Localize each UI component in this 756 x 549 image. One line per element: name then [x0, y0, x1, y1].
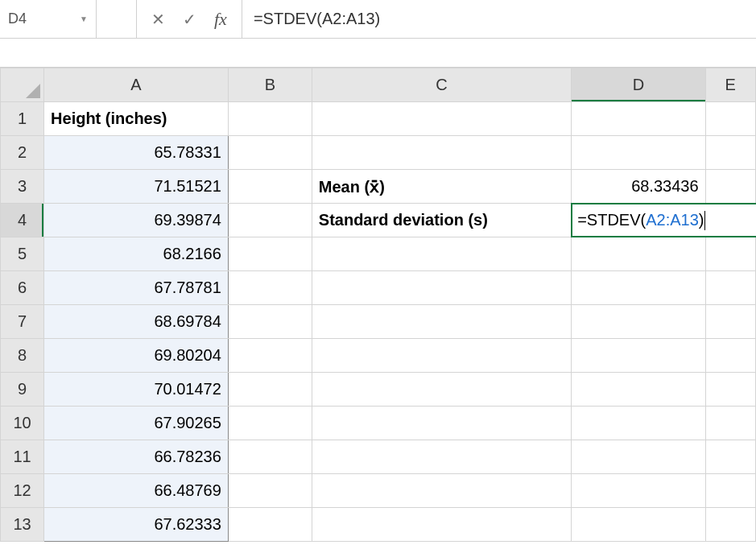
- cell-B4[interactable]: [228, 204, 312, 237]
- cell-D1[interactable]: [572, 102, 705, 136]
- col-header-E[interactable]: E: [705, 68, 755, 102]
- cell-C7[interactable]: [312, 305, 571, 339]
- cell-B11[interactable]: [228, 440, 312, 474]
- cell-C2[interactable]: [312, 136, 571, 170]
- edit-suffix: ): [699, 211, 704, 229]
- edit-prefix: =STDEV(: [577, 211, 646, 229]
- cell-D12[interactable]: [572, 474, 705, 508]
- cell-A2[interactable]: 65.78331: [44, 136, 229, 170]
- cell-B3[interactable]: [228, 170, 312, 204]
- cell-E3[interactable]: [705, 170, 755, 204]
- cell-B10[interactable]: [228, 407, 312, 440]
- cell-A6[interactable]: 67.78781: [44, 271, 229, 305]
- cell-C6[interactable]: [312, 271, 571, 305]
- cell-B5[interactable]: [228, 237, 312, 271]
- formula-text-ref: A2:A13: [322, 10, 375, 28]
- cell-E8[interactable]: [705, 339, 755, 373]
- cell-D10[interactable]: [572, 407, 705, 440]
- enter-icon[interactable]: ✓: [183, 10, 196, 29]
- cell-C5[interactable]: [312, 237, 571, 271]
- row-header-6[interactable]: 6: [1, 271, 44, 305]
- col-header-B[interactable]: B: [228, 68, 312, 102]
- row-header-8[interactable]: 8: [1, 339, 44, 373]
- cell-E9[interactable]: [705, 373, 755, 407]
- cell-A7[interactable]: 68.69784: [44, 305, 229, 339]
- select-all-corner[interactable]: [1, 68, 44, 102]
- cell-B13[interactable]: [228, 508, 312, 542]
- cell-E2[interactable]: [705, 136, 755, 170]
- row-header-10[interactable]: 10: [1, 407, 44, 440]
- cell-E1[interactable]: [705, 102, 755, 136]
- cell-A3[interactable]: 71.51521: [44, 170, 229, 204]
- cell-B9[interactable]: [228, 373, 312, 407]
- formula-input[interactable]: =STDEV(A2:A13): [242, 0, 756, 38]
- row-header-4[interactable]: 4: [1, 204, 44, 237]
- row-header-11[interactable]: 11: [1, 440, 44, 474]
- name-box[interactable]: D4 ▼: [0, 0, 97, 38]
- name-box-value: D4: [8, 10, 27, 27]
- row-header-13[interactable]: 13: [1, 508, 44, 542]
- name-box-dropdown-icon[interactable]: ▼: [80, 14, 88, 23]
- row-header-9[interactable]: 9: [1, 373, 44, 407]
- cell-C12[interactable]: [312, 474, 571, 508]
- cell-B7[interactable]: [228, 305, 312, 339]
- cell-C1[interactable]: [312, 102, 571, 136]
- cell-C10[interactable]: [312, 407, 571, 440]
- cell-A1[interactable]: Height (inches): [44, 102, 229, 136]
- formula-bar-separator: [97, 0, 137, 38]
- cancel-icon[interactable]: ✕: [151, 10, 165, 29]
- cell-B12[interactable]: [228, 474, 312, 508]
- edit-ref: A2:A13: [646, 211, 699, 229]
- row-header-7[interactable]: 7: [1, 305, 44, 339]
- cell-D7[interactable]: [572, 305, 705, 339]
- cell-A11[interactable]: 66.78236: [44, 440, 229, 474]
- cell-D11[interactable]: [572, 440, 705, 474]
- cell-E10[interactable]: [705, 407, 755, 440]
- ribbon-spacer: [0, 39, 756, 68]
- cell-A13[interactable]: 67.62333: [44, 508, 229, 542]
- cell-A12[interactable]: 66.48769: [44, 474, 229, 508]
- cell-D9[interactable]: [572, 373, 705, 407]
- cell-C13[interactable]: [312, 508, 571, 542]
- cell-D3[interactable]: 68.33436: [572, 170, 705, 204]
- cell-E6[interactable]: [705, 271, 755, 305]
- row-header-12[interactable]: 12: [1, 474, 44, 508]
- cell-A8[interactable]: 69.80204: [44, 339, 229, 373]
- cell-B1[interactable]: [228, 102, 312, 136]
- cell-A5[interactable]: 68.2166: [44, 237, 229, 271]
- col-header-C[interactable]: C: [312, 68, 571, 102]
- cell-E7[interactable]: [705, 305, 755, 339]
- cell-D5[interactable]: [572, 237, 705, 271]
- col-header-A[interactable]: A: [44, 68, 229, 102]
- cell-editor[interactable]: =STDEV(A2:A13): [571, 203, 756, 237]
- row-header-3[interactable]: 3: [1, 170, 44, 204]
- cell-D6[interactable]: [572, 271, 705, 305]
- cell-E12[interactable]: [705, 474, 755, 508]
- row-header-5[interactable]: 5: [1, 237, 44, 271]
- cell-D2[interactable]: [572, 136, 705, 170]
- cell-C9[interactable]: [312, 373, 571, 407]
- cell-B6[interactable]: [228, 271, 312, 305]
- cell-E11[interactable]: [705, 440, 755, 474]
- cell-A4[interactable]: 69.39874: [44, 204, 229, 237]
- col-header-D[interactable]: D: [572, 68, 705, 102]
- cell-B8[interactable]: [228, 339, 312, 373]
- cell-A9[interactable]: 70.01472: [44, 373, 229, 407]
- cell-C8[interactable]: [312, 339, 571, 373]
- cell-C11[interactable]: [312, 440, 571, 474]
- cell-E13[interactable]: [705, 508, 755, 542]
- formula-bar-actions: ✕ ✓ fx: [137, 0, 242, 38]
- spreadsheet-grid[interactable]: A B C D E 1 Height (inches) 2 65.78331 3…: [0, 68, 756, 542]
- cell-B2[interactable]: [228, 136, 312, 170]
- cell-A10[interactable]: 67.90265: [44, 407, 229, 440]
- cell-D8[interactable]: [572, 339, 705, 373]
- cell-C4[interactable]: Standard deviation (s): [312, 204, 571, 237]
- row-header-2[interactable]: 2: [1, 136, 44, 170]
- cell-D13[interactable]: [572, 508, 705, 542]
- fx-icon[interactable]: fx: [214, 9, 227, 30]
- row-header-1[interactable]: 1: [1, 102, 44, 136]
- cell-E5[interactable]: [705, 237, 755, 271]
- cell-C3[interactable]: Mean (x̄): [312, 170, 571, 204]
- text-cursor: [704, 211, 705, 230]
- cell-D4[interactable]: =STDEV(A2:A13): [572, 204, 705, 237]
